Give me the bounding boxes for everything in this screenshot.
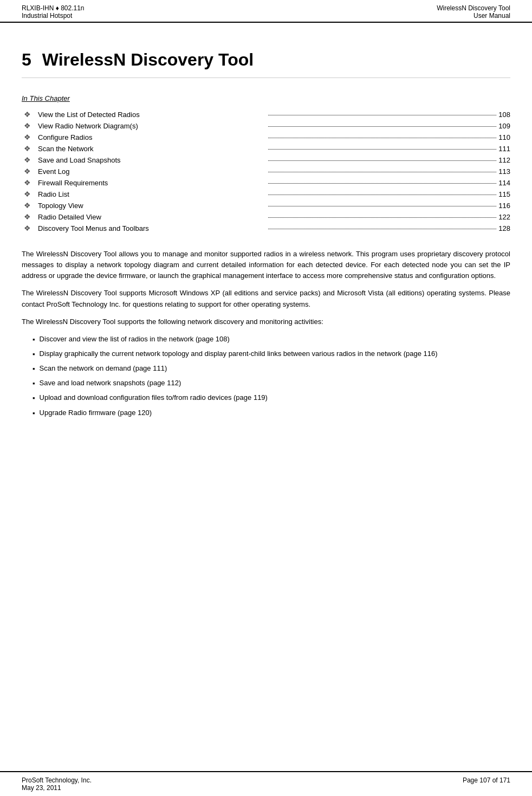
toc-item: ❖ Firewall Requirements 114 [22, 178, 510, 187]
toc-dots [268, 172, 496, 172]
toc-bullet: ❖ [22, 121, 33, 130]
toc-page: 109 [498, 122, 510, 130]
toc-dots [268, 217, 496, 218]
header-product: RLXIB-IHN ♦ 802.11n [22, 4, 85, 12]
toc-dots [268, 206, 496, 206]
toc-item: ❖ View Radio Network Diagram(s) 109 [22, 121, 510, 130]
toc-dots [268, 160, 496, 161]
toc-item: ❖ Topology View 116 [22, 201, 510, 210]
toc-item: ❖ View the List of Detected Radios 108 [22, 110, 510, 119]
header-doc-type: User Manual [473, 12, 510, 20]
toc-text: Scan the Network [38, 145, 266, 153]
toc-bullet: ❖ [22, 190, 33, 198]
toc-bullet: ❖ [22, 167, 33, 176]
footer-page: Page 107 of 171 [463, 776, 510, 792]
bullet-list: Discover and view the list of radios in … [33, 334, 510, 419]
toc-page: 122 [498, 213, 510, 221]
toc-text: Discovery Tool Menus and Toolbars [38, 224, 266, 232]
toc-dots [268, 229, 496, 229]
toc-page: 114 [498, 179, 510, 187]
toc-text: View Radio Network Diagram(s) [38, 122, 266, 130]
toc-item: ❖ Discovery Tool Menus and Toolbars 128 [22, 224, 510, 232]
toc-dots [268, 149, 496, 150]
footer-date: May 23, 2011 [22, 784, 92, 792]
main-content: 5 WirelessN Discovery Tool In This Chapt… [0, 23, 532, 458]
toc-page: 115 [498, 190, 510, 198]
chapter-number: 5 [22, 50, 31, 70]
chapter-heading: 5 WirelessN Discovery Tool [22, 34, 510, 78]
toc-item: ❖ Radio List 115 [22, 190, 510, 198]
toc-page: 116 [498, 202, 510, 210]
toc-dots [268, 115, 496, 115]
bullet-item: Scan the network on demand (page 111) [33, 363, 510, 374]
chapter-title: WirelessN Discovery Tool [42, 50, 254, 70]
toc-text: Topology View [38, 202, 266, 210]
body-paragraph: The WirelessN Discovery Tool supports Mi… [22, 288, 510, 309]
in-this-chapter-label: In This Chapter [22, 94, 510, 102]
toc-text: View the List of Detected Radios [38, 111, 266, 119]
toc-page: 112 [498, 156, 510, 164]
toc-page: 113 [498, 167, 510, 176]
toc-page: 111 [498, 145, 510, 153]
bullet-item: Upload and download configuration files … [33, 392, 510, 404]
body-paragraphs: The WirelessN Discovery Tool allows you … [22, 249, 510, 327]
toc-page: 108 [498, 111, 510, 119]
toc-dots [268, 138, 496, 138]
toc-item: ❖ Event Log 113 [22, 167, 510, 176]
toc-text: Radio Detailed View [38, 213, 266, 221]
toc-bullet: ❖ [22, 224, 33, 232]
toc-dots [268, 195, 496, 195]
header-doc-title: WirelessN Discovery Tool [437, 4, 510, 12]
toc-text: Event Log [38, 167, 266, 176]
toc-page: 128 [498, 224, 510, 232]
toc-text: Firewall Requirements [38, 179, 266, 187]
toc-bullet: ❖ [22, 178, 33, 187]
toc-item: ❖ Scan the Network 111 [22, 144, 510, 153]
toc-dots [268, 183, 496, 184]
toc-item: ❖ Configure Radios 110 [22, 133, 510, 141]
toc-bullet: ❖ [22, 133, 33, 141]
body-paragraph: The WirelessN Discovery Tool supports th… [22, 316, 510, 327]
bullet-item: Upgrade Radio firmware (page 120) [33, 407, 510, 419]
bullet-item: Save and load network snapshots (page 11… [33, 378, 510, 389]
toc-text: Save and Load Snapshots [38, 156, 266, 164]
toc-list: ❖ View the List of Detected Radios 108 ❖… [22, 110, 510, 232]
toc-bullet: ❖ [22, 156, 33, 164]
bullet-item: Display graphically the current network … [33, 348, 510, 360]
footer-left: ProSoft Technology, Inc. May 23, 2011 [22, 776, 92, 792]
toc-bullet: ❖ [22, 212, 33, 221]
header-product-type: Industrial Hotspot [22, 12, 85, 20]
header-left: RLXIB-IHN ♦ 802.11n Industrial Hotspot [22, 4, 85, 20]
page-header: RLXIB-IHN ♦ 802.11n Industrial Hotspot W… [0, 0, 532, 23]
toc-bullet: ❖ [22, 201, 33, 210]
toc-bullet: ❖ [22, 144, 33, 153]
toc-text: Configure Radios [38, 133, 266, 141]
toc-text: Radio List [38, 190, 266, 198]
page-footer: ProSoft Technology, Inc. May 23, 2011 Pa… [0, 771, 532, 796]
toc-bullet: ❖ [22, 110, 33, 119]
body-paragraph: The WirelessN Discovery Tool allows you … [22, 249, 510, 281]
toc-dots [268, 126, 496, 127]
footer-company: ProSoft Technology, Inc. [22, 776, 92, 784]
header-right: WirelessN Discovery Tool User Manual [437, 4, 510, 20]
toc-item: ❖ Radio Detailed View 122 [22, 212, 510, 221]
toc-page: 110 [498, 133, 510, 141]
toc-item: ❖ Save and Load Snapshots 112 [22, 156, 510, 164]
bullet-item: Discover and view the list of radios in … [33, 334, 510, 345]
